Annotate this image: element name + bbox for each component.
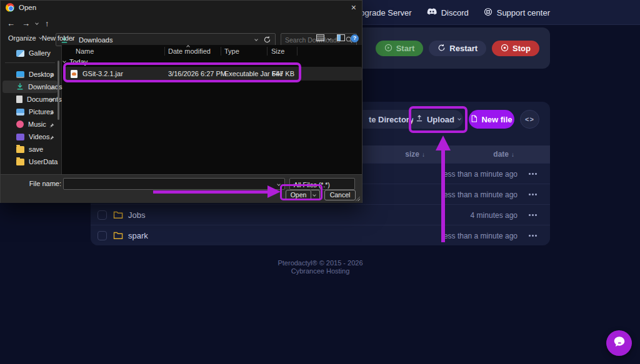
folder-icon (16, 159, 24, 165)
discord-label: Discord (441, 8, 469, 17)
row-date: less than a minute ago (442, 232, 518, 240)
sidebar-item-videos[interactable]: Videos (2, 130, 58, 143)
up-button[interactable]: ↑ (45, 19, 49, 28)
gallery-icon (16, 50, 24, 57)
discord-link[interactable]: Discord (427, 8, 469, 17)
support-icon (484, 7, 492, 18)
support-center-link[interactable]: Support center (484, 7, 550, 18)
open-split-dropdown[interactable] (311, 190, 320, 200)
row-date: less than a minute ago (442, 170, 518, 179)
dialog-sidebar: Gallery Desktop Downloads Documents (2, 47, 58, 168)
open-button[interactable]: Open (286, 190, 311, 200)
file-type-filter-value: All Files (*.*) (294, 181, 330, 189)
discord-icon (427, 8, 437, 17)
date-column-header[interactable]: date ↓ (493, 145, 514, 163)
upload-label: Upload (427, 115, 454, 124)
upgrade-server-label: Upgrade Server (354, 8, 412, 17)
file-name-combobox[interactable] (63, 178, 285, 190)
file-type-filter-dropdown[interactable]: All Files (*.*) (289, 178, 355, 190)
sidebar-item-save[interactable]: save (2, 143, 58, 155)
view-mode-chevron-icon[interactable] (328, 37, 331, 41)
dialog-toolbar: Organize New folder ? (1, 33, 362, 44)
preview-pane-button[interactable] (337, 34, 345, 41)
dialog-footer: File name: All Files (*.*) Open Cancel (1, 174, 362, 203)
pin-icon (49, 109, 54, 117)
create-directory-label: te Directory (369, 115, 414, 124)
row-name: Jobs (128, 210, 145, 220)
row-checkbox[interactable] (98, 210, 107, 220)
forward-button[interactable]: → (22, 19, 30, 28)
list-view-icon (316, 34, 324, 41)
file-open-dialog: Open × ← → ↑ › Downloads Organize (0, 0, 362, 203)
group-today[interactable]: Today (63, 58, 88, 66)
table-row[interactable]: Jobs 4 minutes ago (91, 204, 550, 225)
file-name-input[interactable] (66, 180, 272, 188)
sidebar-item-userdata[interactable]: UserData (2, 155, 58, 168)
pin-icon (49, 122, 54, 129)
downloads-icon (16, 82, 24, 92)
sidebar-item-music[interactable]: Music (2, 118, 58, 130)
cancel-button[interactable]: Cancel (324, 190, 356, 200)
column-header-size[interactable]: Size (271, 47, 284, 55)
size-column-header[interactable]: size ↓ (405, 145, 425, 163)
file-list-pane (62, 45, 362, 174)
new-folder-button[interactable]: New folder (42, 34, 75, 42)
sidebar-divider (61, 45, 62, 174)
videos-icon (16, 134, 24, 140)
column-header-type[interactable]: Type (224, 47, 239, 55)
pin-icon (49, 84, 54, 92)
jar-file-icon (71, 70, 78, 78)
history-chevron-icon[interactable] (35, 21, 39, 25)
file-date-modified: 3/16/2026 6:27 PM (168, 70, 226, 77)
column-header-name[interactable]: Name (76, 47, 94, 55)
folder-icon (113, 231, 123, 242)
desktop-icon (16, 71, 24, 78)
pin-icon (49, 134, 54, 142)
back-button[interactable]: ← (7, 19, 15, 28)
restart-button[interactable]: Restart (429, 41, 486, 56)
row-menu-button[interactable] (529, 214, 537, 216)
sidebar-item-desktop[interactable]: Desktop (2, 68, 58, 81)
sidebar-item-downloads[interactable]: Downloads (2, 81, 58, 93)
stop-icon (501, 44, 509, 54)
size-sort-icon: ↓ (422, 151, 425, 158)
code-view-button[interactable]: <> (520, 110, 539, 129)
new-file-label: New file (481, 115, 512, 124)
start-button[interactable]: Start (376, 41, 424, 56)
pictures-icon (16, 109, 24, 116)
restart-label: Restart (449, 44, 478, 53)
upload-button[interactable]: Upload (413, 110, 463, 129)
close-icon[interactable]: × (351, 2, 356, 12)
row-date: less than a minute ago (442, 190, 518, 199)
dialog-title-bar[interactable]: Open × (1, 1, 362, 14)
table-row[interactable]: spark less than a minute ago (91, 225, 550, 245)
preview-pane-icon (337, 34, 345, 41)
page-footer: Pterodactyl® © 2015 - 2026 Cybrancee Hos… (91, 259, 550, 275)
sidebar-item-gallery[interactable]: Gallery (2, 47, 58, 59)
sidebar-item-pictures[interactable]: Pictures (2, 106, 58, 118)
column-header-date-modified[interactable]: Date modified (168, 47, 211, 55)
new-file-button[interactable]: New file (469, 110, 514, 129)
view-mode-button[interactable] (316, 34, 324, 41)
chat-widget-button[interactable] (606, 330, 632, 356)
row-checkbox[interactable] (98, 231, 107, 240)
row-menu-button[interactable] (529, 173, 537, 175)
start-icon (384, 44, 392, 54)
restart-icon (438, 44, 446, 54)
documents-icon (16, 96, 22, 103)
sidebar-scrollbar[interactable] (58, 61, 59, 120)
music-icon (16, 121, 24, 128)
resize-grip[interactable] (355, 196, 360, 201)
row-menu-button[interactable] (529, 235, 537, 237)
help-button[interactable]: ? (351, 34, 359, 42)
date-sort-icon: ↓ (511, 151, 514, 158)
file-row-gsit-jar[interactable]: GSit-3.2.1.jar 3/16/2026 6:27 PM Executa… (63, 67, 362, 81)
dialog-title: Open (19, 4, 36, 11)
organize-menu-button[interactable]: Organize (8, 34, 42, 42)
pin-icon (49, 97, 54, 104)
row-menu-button[interactable] (529, 194, 537, 195)
hosting-text: Cybrancee Hosting (91, 267, 550, 275)
chat-bubble-icon (612, 335, 626, 351)
stop-button[interactable]: Stop (492, 41, 539, 56)
sidebar-item-documents[interactable]: Documents (2, 93, 58, 106)
